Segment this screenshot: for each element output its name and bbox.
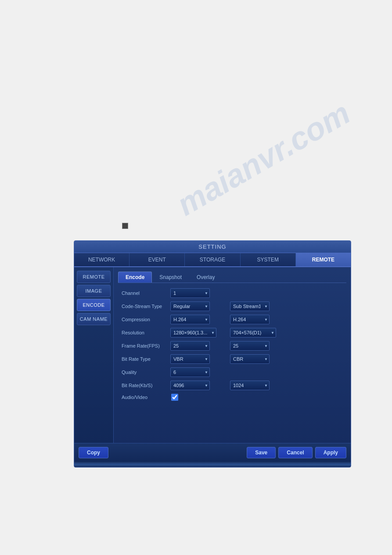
compression-main-select[interactable]: H.264H.265MJPEG	[170, 315, 210, 324]
bit-rate-type-label: Bit Rate Type	[122, 356, 168, 362]
settings-dialog: SETTING NETWORK EVENT STORAGE SYSTEM REM…	[74, 240, 351, 468]
frame-rate-main-select[interactable]: 25201510	[170, 341, 210, 351]
bottom-bar: Copy Save Cancel Apply	[74, 443, 351, 462]
tab-overlay[interactable]: Overlay	[189, 272, 222, 283]
bit-rate-type-sub-select[interactable]: CBRVBR	[230, 354, 270, 364]
sidebar-cam-name[interactable]: CAM NAME	[77, 313, 111, 325]
sub-stream-select-wrap: Sub Stream1Sub Stream2	[230, 301, 270, 311]
bit-rate-sub-select[interactable]: 51210242048	[230, 381, 270, 390]
quality-label: Quality	[122, 370, 168, 375]
bit-rate-label: Bit Rate(Kb/S)	[122, 383, 168, 388]
quality-select[interactable]: 123456	[170, 367, 210, 377]
resolution-main-select[interactable]: 1280×960(1.3...1920×1080(2M)704×576(D1)	[170, 328, 216, 337]
frame-rate-label: Frame Rate(FPS)	[122, 343, 168, 348]
bottom-gradient-bar	[74, 462, 351, 467]
channel-select[interactable]: 1234	[170, 288, 210, 298]
apply-button[interactable]: Apply	[315, 447, 346, 458]
save-button[interactable]: Save	[247, 447, 276, 458]
tab-snapshot[interactable]: Snapshot	[152, 272, 189, 283]
bit-rate-type-main-select[interactable]: VBRCBR	[170, 354, 210, 364]
audio-video-row: Audio/Video	[122, 394, 346, 401]
quality-select-wrap: 123456	[170, 367, 210, 377]
content-area: REMOTE IMAGE ENCODE CAM NAME Encode Snap…	[74, 267, 351, 443]
bit-rate-type-sub-wrap: CBRVBR	[230, 354, 270, 364]
bit-rate-main-select[interactable]: 5121024204840968192	[170, 381, 210, 390]
resolution-sub-wrap: 704×576(D1)352×288(CIF)	[230, 328, 276, 337]
copy-button[interactable]: Copy	[79, 447, 108, 458]
action-buttons: Save Cancel Apply	[247, 447, 346, 458]
audio-video-label: Audio/Video	[122, 395, 168, 400]
channel-row: Channel 1234	[118, 288, 346, 298]
sidebar-remote[interactable]: REMOTE	[77, 271, 111, 283]
resolution-main-wrap: 1280×960(1.3...1920×1080(2M)704×576(D1)	[170, 328, 216, 337]
bit-rate-type-main-wrap: VBRCBR	[170, 354, 210, 364]
sub-stream-select[interactable]: Sub Stream1Sub Stream2	[230, 301, 270, 311]
code-stream-select[interactable]: RegularExtra Stream	[170, 301, 210, 311]
cancel-button[interactable]: Cancel	[278, 447, 312, 458]
resolution-sub-select[interactable]: 704×576(D1)352×288(CIF)	[230, 328, 276, 337]
audio-video-checkbox[interactable]	[171, 394, 178, 401]
tab-encode[interactable]: Encode	[118, 272, 152, 283]
code-stream-label: Code-Stream Type	[122, 304, 168, 309]
dialog-title: SETTING	[198, 243, 226, 250]
compression-main-wrap: H.264H.265MJPEG	[170, 315, 210, 324]
top-nav: NETWORK EVENT STORAGE SYSTEM REMOTE	[74, 253, 351, 267]
resolution-label: Resolution	[122, 330, 168, 335]
title-bar: SETTING	[74, 241, 351, 253]
sidebar-encode[interactable]: ENCODE	[77, 299, 111, 311]
compression-label: Compression	[122, 317, 168, 322]
nav-network[interactable]: NETWORK	[74, 253, 129, 266]
nav-system[interactable]: SYSTEM	[241, 253, 296, 266]
nav-remote[interactable]: REMOTE	[296, 253, 351, 266]
compression-sub-select[interactable]: H.264H.265	[230, 315, 270, 324]
sub-tabs: Encode Snapshot Overlay	[118, 272, 346, 283]
frame-rate-sub-wrap: 252015	[230, 341, 270, 351]
channel-select-wrap: 1234	[170, 288, 210, 298]
compression-sub-wrap: H.264H.265	[230, 315, 270, 324]
sidebar-image[interactable]: IMAGE	[77, 285, 111, 297]
camera-icon	[122, 223, 128, 229]
code-stream-select-wrap: RegularExtra Stream	[170, 301, 210, 311]
right-panel: Encode Snapshot Overlay Channel 1234 Cod…	[114, 267, 351, 443]
bit-rate-sub-wrap: 51210242048	[230, 381, 270, 390]
watermark: maianvr.com	[171, 94, 356, 222]
channel-label: Channel	[122, 290, 168, 296]
sidebar: REMOTE IMAGE ENCODE CAM NAME	[74, 267, 114, 443]
nav-storage[interactable]: STORAGE	[185, 253, 240, 266]
nav-event[interactable]: EVENT	[129, 253, 185, 266]
frame-rate-sub-select[interactable]: 252015	[230, 341, 270, 351]
bit-rate-main-wrap: 5121024204840968192	[170, 381, 210, 390]
frame-rate-main-wrap: 25201510	[170, 341, 210, 351]
